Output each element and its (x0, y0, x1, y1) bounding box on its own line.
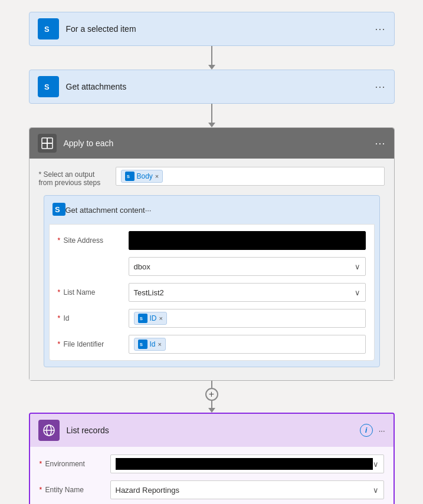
list-records-info-button[interactable]: i (360, 424, 373, 437)
svg-rect-6 (42, 143, 47, 149)
list-records-title: List records (67, 426, 360, 435)
add-step-between-button[interactable]: + (205, 388, 218, 401)
apply-each-icon (38, 134, 57, 153)
body-tag: S Body × (121, 170, 163, 183)
list-name-dropdown[interactable]: TestList2 ∨ (129, 283, 366, 302)
step-get-attachments: S Get attachments ··· (29, 70, 395, 104)
environment-dropdown[interactable]: ∨ (110, 454, 384, 473)
list-records-header: List records i ··· (30, 414, 394, 447)
inner-step-title: Get attachment content (65, 206, 145, 215)
list-records-card: List records i ··· * Environment ∨ * Ent… (29, 413, 395, 504)
step2-title: Get attachments (66, 82, 386, 91)
apply-each-title: Apply to each (64, 139, 375, 148)
dbox-value: dbox (134, 262, 150, 271)
select-output-label: * Select an output from previous steps (39, 167, 116, 187)
select-output-row: * Select an output from previous steps S… (39, 167, 385, 187)
entity-name-label: * Entity Name (40, 486, 110, 494)
connector-1 (208, 46, 215, 70)
step-for-selected-item: S For a selected item ··· (29, 12, 395, 46)
file-identifier-label: * File Identifier (58, 340, 129, 348)
tag-sharepoint-icon: S (125, 172, 135, 181)
id-tag-remove[interactable]: × (159, 315, 163, 322)
svg-rect-7 (47, 143, 53, 149)
file-id-tag-label: Id (150, 340, 156, 348)
apply-each-body: * Select an output from previous steps S… (29, 159, 394, 380)
list-name-label: * List Name (58, 288, 129, 297)
dbox-row: dbox ∨ (129, 256, 366, 276)
svg-text:S: S (126, 174, 129, 179)
apply-each-header: Apply to each ··· (29, 128, 394, 159)
connector-2 (208, 104, 215, 127)
list-records-icon (38, 420, 60, 441)
step1-more-button[interactable]: ··· (375, 23, 385, 35)
dbox-chevron-icon: ∨ (355, 262, 360, 271)
environment-row: * Environment ∨ (40, 454, 384, 474)
inner-step-more-button[interactable]: ··· (145, 206, 152, 215)
body-tag-remove[interactable]: × (155, 173, 159, 180)
svg-rect-4 (42, 138, 47, 143)
list-name-chevron-icon: ∨ (355, 288, 360, 297)
site-address-input[interactable] (129, 231, 366, 250)
dbox-dropdown[interactable]: dbox ∨ (129, 257, 366, 276)
body-tag-label: Body (137, 172, 153, 180)
inner-step-sharepoint-icon: S (53, 203, 65, 218)
inner-step-card: S Get attachment content ··· * Site Addr… (44, 195, 380, 367)
file-identifier-tag: S Id × (134, 338, 166, 351)
step1-title: For a selected item (66, 24, 386, 34)
list-name-value: TestList2 (134, 288, 164, 297)
apply-each-more-button[interactable]: ··· (375, 137, 385, 150)
file-id-tag-sharepoint-icon: S (138, 340, 147, 349)
file-identifier-row: * File Identifier S Id × (58, 334, 366, 354)
site-address-row: * Site Address (58, 230, 366, 251)
svg-text:S: S (44, 25, 50, 34)
entity-name-value: Hazard Reportings (116, 486, 179, 495)
site-address-label: * Site Address (58, 236, 129, 245)
list-records-body: * Environment ∨ * Entity Name Hazard Rep… (30, 447, 394, 504)
inner-step-body: * Site Address dbox ∨ * List Name (49, 224, 375, 361)
id-row: * Id S ID × (58, 308, 366, 328)
svg-text:S: S (139, 316, 142, 321)
inner-step-header: S Get attachment content ··· (44, 196, 379, 224)
id-tag-sharepoint-icon: S (138, 314, 147, 323)
select-output-input[interactable]: S Body × (116, 167, 385, 186)
file-id-tag-remove[interactable]: × (158, 341, 162, 348)
step2-more-button[interactable]: ··· (375, 81, 385, 93)
id-label: * Id (58, 314, 129, 322)
sharepoint-icon-2: S (38, 76, 59, 97)
environment-chevron-icon: ∨ (373, 460, 379, 469)
id-tag-label: ID (150, 314, 157, 322)
sharepoint-icon-1: S (38, 18, 59, 39)
entity-name-chevron-icon: ∨ (373, 486, 379, 495)
connector-plus: + (205, 381, 218, 413)
svg-text:S: S (139, 342, 142, 347)
id-input[interactable]: S ID × (129, 309, 366, 328)
svg-text:S: S (44, 83, 50, 91)
apply-each-card: Apply to each ··· * Select an output fro… (29, 127, 395, 381)
file-identifier-input[interactable]: S Id × (129, 335, 366, 354)
environment-label: * Environment (40, 460, 110, 468)
list-name-row: * List Name TestList2 ∨ (58, 282, 366, 302)
entity-name-dropdown[interactable]: Hazard Reportings ∨ (110, 480, 384, 499)
svg-rect-5 (47, 138, 53, 143)
svg-text:S: S (55, 205, 60, 214)
entity-name-row: * Entity Name Hazard Reportings ∨ (40, 480, 384, 500)
id-tag: S ID × (134, 312, 167, 325)
list-records-more-button[interactable]: ··· (379, 426, 385, 435)
